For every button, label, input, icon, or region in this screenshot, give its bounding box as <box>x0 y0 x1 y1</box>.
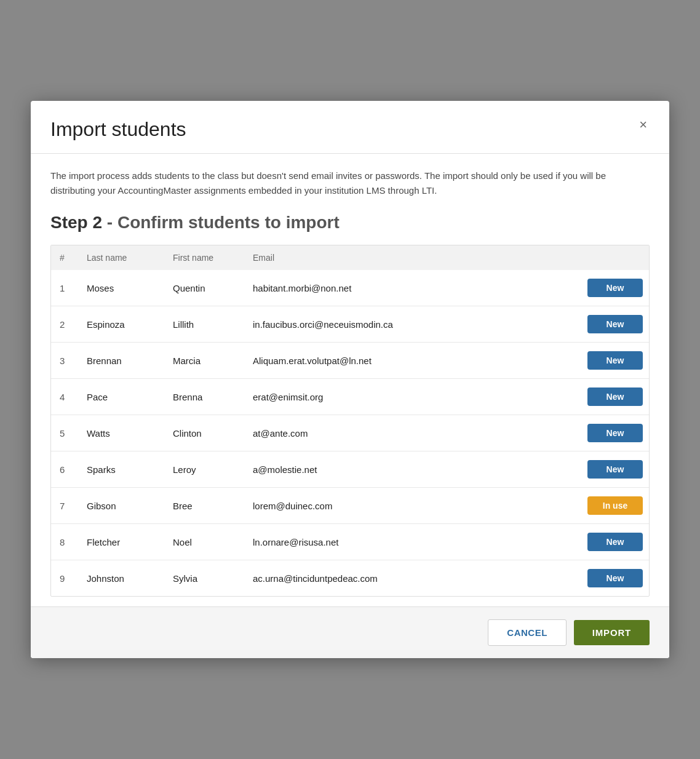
table-body: 1 Moses Quentin habitant.morbi@non.net N… <box>51 270 649 596</box>
modal-body: The import process adds students to the … <box>31 154 669 597</box>
cell-email: ln.ornare@risusa.net <box>244 524 569 560</box>
close-button[interactable]: × <box>637 118 650 132</box>
table-row: 8 Fletcher Noel ln.ornare@risusa.net New <box>51 524 649 560</box>
cell-num: 2 <box>51 306 78 343</box>
cell-num: 5 <box>51 415 78 451</box>
cell-lastname: Moses <box>78 270 164 306</box>
col-header-firstname: First name <box>164 245 244 270</box>
status-badge: New <box>587 315 643 333</box>
cell-email: lorem@duinec.com <box>244 488 569 524</box>
table-row: 2 Espinoza Lillith in.faucibus.orci@nece… <box>51 306 649 343</box>
cell-lastname: Johnston <box>78 560 164 597</box>
cell-firstname: Marcia <box>164 343 244 379</box>
col-header-num: # <box>51 245 78 270</box>
col-header-lastname: Last name <box>78 245 164 270</box>
cell-num: 6 <box>51 451 78 488</box>
cell-firstname: Clinton <box>164 415 244 451</box>
status-badge: New <box>587 569 643 587</box>
status-badge: New <box>587 387 643 406</box>
cell-email: a@molestie.net <box>244 451 569 488</box>
step-label: Step 2 <box>50 213 102 232</box>
cell-num: 4 <box>51 379 78 415</box>
status-badge: New <box>587 279 643 297</box>
cell-lastname: Fletcher <box>78 524 164 560</box>
students-table-wrapper: # Last name First name Email 1 Moses Que… <box>50 245 650 597</box>
modal-title: Import students <box>50 118 186 141</box>
import-button[interactable]: IMPORT <box>574 620 650 645</box>
cell-status: New <box>569 415 649 451</box>
cell-lastname: Watts <box>78 415 164 451</box>
cancel-button[interactable]: CANCEL <box>488 619 567 646</box>
cell-firstname: Noel <box>164 524 244 560</box>
cell-lastname: Brennan <box>78 343 164 379</box>
table-row: 9 Johnston Sylvia ac.urna@tinciduntpedea… <box>51 560 649 597</box>
cell-email: at@ante.com <box>244 415 569 451</box>
col-header-email: Email <box>244 245 569 270</box>
cell-email: Aliquam.erat.volutpat@ln.net <box>244 343 569 379</box>
cell-email: habitant.morbi@non.net <box>244 270 569 306</box>
modal-header: Import students × <box>31 101 669 154</box>
col-header-status <box>569 245 649 270</box>
students-table: # Last name First name Email 1 Moses Que… <box>51 245 649 596</box>
status-badge: New <box>587 460 643 479</box>
cell-status: New <box>569 306 649 343</box>
cell-num: 8 <box>51 524 78 560</box>
status-badge: New <box>587 533 643 551</box>
table-row: 3 Brennan Marcia Aliquam.erat.volutpat@l… <box>51 343 649 379</box>
table-row: 7 Gibson Bree lorem@duinec.com In use <box>51 488 649 524</box>
cell-firstname: Bree <box>164 488 244 524</box>
cell-firstname: Leroy <box>164 451 244 488</box>
cell-num: 3 <box>51 343 78 379</box>
table-row: 1 Moses Quentin habitant.morbi@non.net N… <box>51 270 649 306</box>
cell-num: 7 <box>51 488 78 524</box>
cell-lastname: Gibson <box>78 488 164 524</box>
cell-lastname: Espinoza <box>78 306 164 343</box>
cell-status: In use <box>569 488 649 524</box>
table-row: 6 Sparks Leroy a@molestie.net New <box>51 451 649 488</box>
status-badge: In use <box>587 496 643 515</box>
import-students-modal: Import students × The import process add… <box>31 101 669 658</box>
cell-status: New <box>569 560 649 597</box>
status-badge: New <box>587 351 643 370</box>
cell-status: New <box>569 524 649 560</box>
cell-status: New <box>569 270 649 306</box>
step-heading: Step 2 - Confirm students to import <box>50 213 650 232</box>
cell-status: New <box>569 343 649 379</box>
cell-email: erat@enimsit.org <box>244 379 569 415</box>
cell-num: 1 <box>51 270 78 306</box>
cell-firstname: Quentin <box>164 270 244 306</box>
status-badge: New <box>587 424 643 442</box>
cell-firstname: Brenna <box>164 379 244 415</box>
description-text: The import process adds students to the … <box>50 169 650 198</box>
cell-status: New <box>569 379 649 415</box>
table-header: # Last name First name Email <box>51 245 649 270</box>
cell-lastname: Sparks <box>78 451 164 488</box>
cell-firstname: Lillith <box>164 306 244 343</box>
cell-lastname: Pace <box>78 379 164 415</box>
table-row: 4 Pace Brenna erat@enimsit.org New <box>51 379 649 415</box>
cell-firstname: Sylvia <box>164 560 244 597</box>
cell-email: in.faucibus.orci@neceuismodin.ca <box>244 306 569 343</box>
cell-num: 9 <box>51 560 78 597</box>
table-row: 5 Watts Clinton at@ante.com New <box>51 415 649 451</box>
modal-footer: CANCEL IMPORT <box>31 606 669 658</box>
step-subtitle: - Confirm students to import <box>102 213 340 232</box>
cell-email: ac.urna@tinciduntpedeac.com <box>244 560 569 597</box>
cell-status: New <box>569 451 649 488</box>
